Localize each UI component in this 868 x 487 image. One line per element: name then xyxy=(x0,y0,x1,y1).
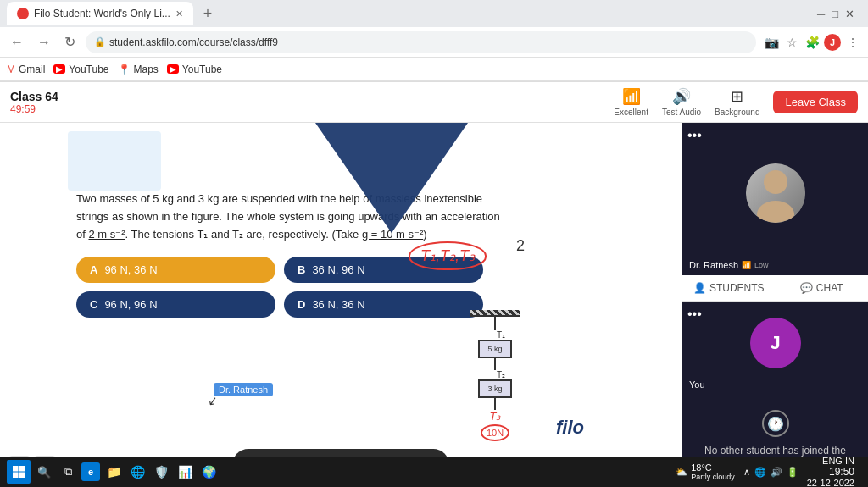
t3-line-short xyxy=(494,398,496,410)
test-audio-btn[interactable]: 🔊 Test Audio xyxy=(662,87,701,117)
bookmark-gmail[interactable]: M Gmail xyxy=(7,64,45,75)
t3-label: T₃ xyxy=(490,410,501,423)
chat-tab[interactable]: 💬 CHAT xyxy=(776,275,869,301)
option-d-label: D xyxy=(298,298,305,311)
bookmark-youtube2[interactable]: ▶ YouTube xyxy=(167,64,222,75)
edge-browser-icon[interactable]: e xyxy=(81,462,100,481)
gmail-label: Gmail xyxy=(19,64,45,75)
tab-favicon xyxy=(17,8,29,19)
weather-icon: ⛅ xyxy=(676,467,687,478)
battery-icon[interactable]: 🔋 xyxy=(787,467,798,478)
option-c[interactable]: C 96 N, 96 N xyxy=(76,291,275,318)
globe-icon[interactable]: 🌐 xyxy=(754,467,766,478)
shield-icon2[interactable]: 🛡️ xyxy=(151,462,171,482)
bottom-val: 10N xyxy=(481,424,509,441)
youtube-label1: YouTube xyxy=(69,64,108,75)
annotation-area: T₁,T₂,T₃ xyxy=(409,241,487,270)
active-tab[interactable]: Filo Student: World's Only Li... ✕ xyxy=(7,2,193,25)
speaker-icon: 🔊 xyxy=(672,87,691,106)
teacher-name-badge: Dr. Ratnesh 📶 Low xyxy=(689,260,769,270)
svg-point-0 xyxy=(764,170,787,194)
right-panel: ••• Dr. Ratnesh 📶 Low xyxy=(682,123,868,487)
mass2-label: 3 kg xyxy=(487,385,502,393)
option-d[interactable]: D 36 N, 36 N xyxy=(284,291,483,318)
more-icon[interactable]: ⋮ xyxy=(844,36,861,49)
layout-icon: ⊞ xyxy=(731,87,743,106)
date-label: 22-12-2022 xyxy=(807,478,854,487)
puzzle-icon[interactable]: 🧩 xyxy=(804,36,821,49)
you-avatar: J xyxy=(750,318,801,368)
start-btn[interactable] xyxy=(7,460,31,484)
students-tab[interactable]: 👤 STUDENTS xyxy=(682,275,776,301)
tray-up-icon[interactable]: ∧ xyxy=(743,467,750,478)
mass1-label: 5 kg xyxy=(487,345,502,353)
bookmarks-bar: M Gmail ▶ YouTube 📍 Maps ▶ YouTube xyxy=(0,58,868,81)
background-label: Background xyxy=(715,108,760,117)
new-tab-btn[interactable]: + xyxy=(197,2,220,25)
option-a[interactable]: A 96 N, 36 N xyxy=(76,257,275,283)
app-header: Class 64 49:59 📶 Excellent 🔊 Test Audio … xyxy=(0,82,868,123)
dr-ratnesh-tag: Dr. Ratnesh xyxy=(214,383,273,396)
bookmark-maps[interactable]: 📍 Maps xyxy=(118,64,159,75)
leave-class-btn[interactable]: Leave Class xyxy=(773,91,858,113)
teacher-avatar xyxy=(746,163,805,223)
panel-tabs: 👤 STUDENTS 💬 CHAT xyxy=(682,275,868,302)
chrome-icon[interactable]: 🌐 xyxy=(127,462,147,482)
address-bar[interactable]: 🔒 student.askfilo.com/course/class/dfff9 xyxy=(86,31,756,53)
decorative-triangle xyxy=(315,123,468,233)
nav-bar: ← → ↻ 🔒 student.askfilo.com/course/class… xyxy=(0,27,868,58)
chrome-icon2[interactable]: 🌍 xyxy=(198,462,219,482)
option-b-label: B xyxy=(298,263,305,276)
bookmark-youtube1[interactable]: ▶ YouTube xyxy=(53,64,108,75)
tab-close-btn[interactable]: ✕ xyxy=(175,8,183,19)
number-2: 2 xyxy=(516,237,525,255)
acceleration-text: 2 m s⁻² xyxy=(88,228,125,241)
excellent-btn[interactable]: 📶 Excellent xyxy=(614,87,648,117)
network-label: Low xyxy=(754,261,769,269)
time-date-widget: ENG IN 19:50 22-12-2022 xyxy=(807,456,854,487)
teacher-name-text: Dr. Ratnesh xyxy=(689,260,738,270)
search-taskbar-btn[interactable]: 🔍 xyxy=(34,462,54,482)
app-icon2[interactable]: 📊 xyxy=(175,462,195,482)
svg-rect-5 xyxy=(19,473,25,479)
option-d-text: 36 N, 36 N xyxy=(312,298,364,311)
mass2-box: 3 kg xyxy=(478,379,512,398)
screen-cast-icon[interactable]: 📷 xyxy=(763,36,780,49)
svg-rect-4 xyxy=(13,473,19,479)
you-label: You xyxy=(689,379,705,390)
volume-icon[interactable]: 🔊 xyxy=(771,467,782,478)
svg-point-1 xyxy=(757,201,794,223)
star-icon[interactable]: ☆ xyxy=(783,36,800,49)
option-c-label: C xyxy=(90,298,97,311)
youtube-icon: ▶ xyxy=(53,64,65,74)
students-icon: 👤 xyxy=(693,282,706,294)
teacher-video-dots[interactable]: ••• xyxy=(687,128,702,143)
gmail-icon: M xyxy=(7,64,15,75)
profile-icon[interactable]: J xyxy=(824,34,841,51)
reload-btn[interactable]: ↻ xyxy=(61,30,79,53)
content-area: Two masses of 5 kg and 3 kg are suspende… xyxy=(0,123,868,487)
bg-shape-left xyxy=(68,131,161,191)
tab-title: Filo Student: World's Only Li... xyxy=(34,8,170,19)
chat-tab-label: CHAT xyxy=(816,282,843,294)
teacher-video-section: ••• Dr. Ratnesh 📶 Low xyxy=(682,123,868,275)
nav-icons: 📷 ☆ 🧩 J ⋮ xyxy=(763,34,861,51)
window-maximize-btn[interactable]: □ xyxy=(832,8,838,20)
window-close-btn[interactable]: ✕ xyxy=(845,8,854,20)
option-b-text: 36 N, 96 N xyxy=(312,263,364,276)
mass1-box: 5 kg xyxy=(478,340,512,358)
window-minimize-btn[interactable]: ─ xyxy=(817,8,825,20)
weather-widget: ⛅ 18°C Partly cloudy xyxy=(676,462,735,481)
back-btn[interactable]: ← xyxy=(7,31,27,53)
maps-label: Maps xyxy=(134,64,159,75)
t1-line xyxy=(494,317,496,330)
weather-desc: Partly cloudy xyxy=(691,473,735,481)
you-dots[interactable]: ••• xyxy=(687,307,702,322)
t2-label: T₂ xyxy=(497,370,505,379)
background-btn[interactable]: ⊞ Background xyxy=(715,87,760,117)
clock-icon: 🕐 xyxy=(762,410,789,437)
forward-btn[interactable]: → xyxy=(34,31,54,53)
task-view-btn[interactable]: ⧉ xyxy=(58,462,78,482)
app-container: Class 64 49:59 📶 Excellent 🔊 Test Audio … xyxy=(0,82,868,487)
file-explorer-icon[interactable]: 📁 xyxy=(103,462,124,482)
